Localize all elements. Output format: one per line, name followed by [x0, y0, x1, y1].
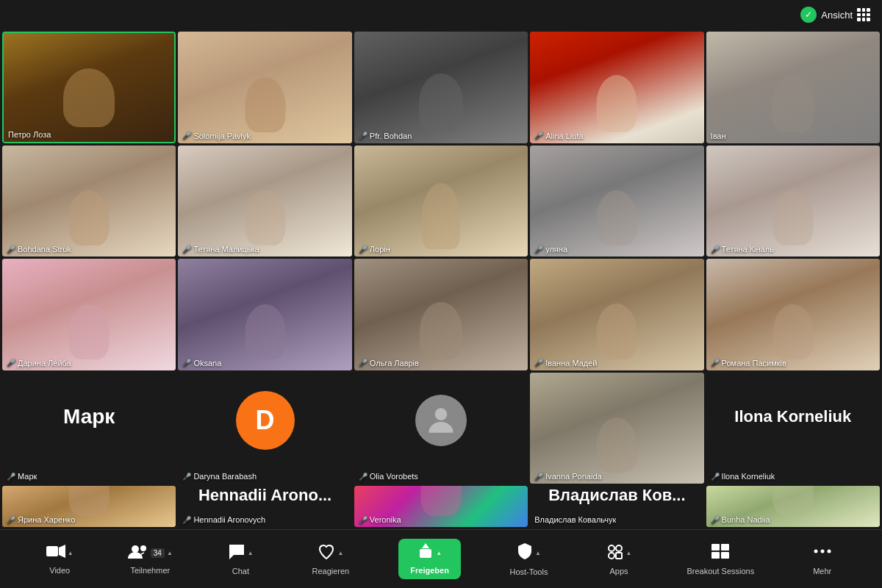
participant-name-vladyslav: Владислав Ковальчук	[534, 515, 616, 524]
video-label: Video	[49, 566, 70, 575]
reagieren-icon	[318, 543, 335, 564]
participant-name-ulyana: 🎤 уляна	[534, 245, 567, 254]
mark-display-name: Марк	[63, 405, 115, 429]
svg-rect-13	[711, 552, 720, 559]
chat-caret: ▲	[248, 550, 254, 556]
mute-icon: 🎤	[359, 516, 368, 524]
svg-point-8	[616, 545, 622, 551]
svg-rect-11	[711, 544, 720, 551]
chat-icon	[228, 543, 245, 564]
video-cell-tetyanak: 🎤 Тетяна Кіналь	[706, 146, 880, 257]
video-cell-lorin: 🎤 Лорін	[354, 146, 528, 257]
shield-icon: ✓	[800, 7, 817, 23]
host-tools-icon	[517, 542, 533, 564]
participant-name-olia: 🎤 Olia Vorobets	[359, 472, 418, 481]
video-grid: Петро Лоза 🎤 Solomija Pavlyk 🎤 Pfr. Bohd…	[0, 29, 882, 529]
participant-name-daryna: 🎤 Дарина Лейба	[7, 359, 71, 368]
mute-icon: 🎤	[711, 359, 720, 367]
apps-icon	[606, 543, 624, 564]
mute-icon: 🎤	[534, 132, 543, 140]
mute-icon: 🎤	[182, 245, 191, 254]
apps-caret: ▲	[626, 550, 632, 556]
toolbar-apps[interactable]: ▲ Apps	[597, 543, 641, 576]
participant-name-alina: 🎤 Alina Liuta	[534, 132, 583, 140]
participant-name-ilona: 🎤 Ilona Korneliuk	[711, 472, 775, 481]
participant-name-tetyanak: 🎤 Тетяна Кіналь	[711, 245, 774, 254]
toolbar-host-tools[interactable]: ▲ Host-Tools	[506, 542, 551, 576]
reagieren-label: Reagieren	[312, 567, 349, 576]
svg-point-9	[609, 553, 614, 559]
mute-icon: 🎤	[182, 132, 191, 140]
video-cell-tetyana: 🎤 Тетяна Малицька	[178, 146, 351, 257]
video-cell-olga: 🎤 Ольга Лаврів	[354, 259, 528, 370]
video-cell-ilona: Ilona Korneliuk 🎤 Ilona Korneliuk	[706, 373, 880, 484]
mehr-label: Mehr	[813, 567, 831, 576]
mehr-icon	[812, 543, 833, 564]
video-cell-ivanna-p: 🎤 Ivanna Ponaida	[530, 373, 703, 484]
participants-label: Teilnehmer	[130, 566, 170, 575]
breakout-icon	[711, 543, 730, 564]
participant-name-tetyana: 🎤 Тетяна Малицька	[182, 245, 259, 254]
participants-badge: 34	[151, 548, 165, 558]
mute-icon: 🎤	[182, 473, 191, 481]
toolbar-participants[interactable]: 34 ▲ Teilnehmer	[128, 544, 173, 575]
mute-icon: 🎤	[711, 473, 720, 481]
video-cell-ulyana: 🎤 уляна	[530, 146, 703, 257]
participant-name-mark: 🎤 Марк	[7, 472, 37, 481]
mute-icon: 🎤	[7, 473, 15, 481]
view-grid-icon[interactable]	[857, 8, 870, 21]
svg-point-15	[814, 549, 817, 553]
apps-label: Apps	[609, 567, 628, 576]
mute-icon: 🎤	[182, 359, 191, 367]
participant-name-hennadii: 🎤 Hennadii Aronovych	[182, 515, 265, 524]
svg-marker-2	[59, 545, 65, 558]
freigeben-icon	[417, 543, 434, 563]
video-cell-alina: 🎤 Alina Liuta	[530, 32, 703, 143]
participant-name-ivan: Іван	[711, 132, 726, 140]
svg-rect-5	[420, 549, 431, 558]
video-caret: ▲	[68, 550, 74, 556]
vladyslav-display-name: Владислав Ков...	[548, 486, 685, 505]
participant-name-petro: Петро Лоза	[8, 130, 51, 139]
video-cell-daryna: 🎤 Дарина Лейба	[2, 259, 176, 370]
mute-icon: 🎤	[359, 473, 368, 481]
breakout-label: Breakout Sessions	[686, 567, 754, 576]
svg-point-3	[132, 545, 139, 553]
mute-icon: 🎤	[534, 473, 543, 481]
toolbar-freigeben[interactable]: ▲ Freigeben	[398, 539, 461, 579]
toolbar-mehr[interactable]: Mehr	[800, 543, 845, 576]
participant-name-veronika: 🎤 Veronika	[359, 515, 401, 524]
participant-name-ivanna: 🎤 Іванна Мадей	[534, 359, 597, 368]
security-badge: ✓ Ansicht	[800, 7, 870, 23]
avatar-silhouette-olia	[415, 395, 467, 446]
mute-icon: 🎤	[359, 359, 368, 367]
participant-name-bohdana: 🎤 Bohdana Struk	[7, 245, 71, 254]
ilona-display-name: Ilona Korneliuk	[734, 407, 851, 426]
reagieren-caret: ▲	[337, 550, 343, 556]
toolbar-video[interactable]: ▲ Video	[37, 544, 82, 575]
mute-icon: 🎤	[7, 245, 15, 254]
chat-label: Chat	[232, 567, 249, 576]
mute-icon: 🎤	[359, 132, 368, 140]
participant-name-yaryna: 🎤 Ярина Харенко	[7, 515, 75, 524]
host-tools-label: Host-Tools	[509, 567, 548, 576]
svg-marker-6	[422, 543, 429, 548]
hennadii-display-name: Hennadii Arono...	[198, 486, 331, 505]
video-cell-solomija: 🎤 Solomija Pavlyk	[178, 32, 351, 143]
toolbar-reagieren[interactable]: ▲ Reagieren	[309, 543, 353, 576]
mute-icon: 🎤	[359, 245, 368, 254]
participant-name-oksana: 🎤 Oksana	[182, 359, 221, 368]
video-cell-bohdan: 🎤 Pfr. Bohdan	[354, 32, 528, 143]
participant-name-olga: 🎤 Ольга Лаврів	[359, 359, 419, 368]
video-cell-ivan: Іван	[706, 32, 880, 143]
toolbar-chat[interactable]: ▲ Chat	[218, 543, 262, 576]
avatar-circle-daryna-b: D	[236, 391, 295, 450]
toolbar-breakout[interactable]: Breakout Sessions	[686, 543, 754, 576]
video-cell-yaryna: 🎤 Ярина Харенко	[2, 486, 176, 527]
svg-rect-10	[616, 553, 622, 559]
participants-icon	[128, 544, 148, 563]
video-cell-daryna-b: D 🎤 Daryna Barabash	[178, 373, 351, 484]
svg-point-4	[140, 545, 146, 551]
svg-rect-12	[721, 544, 729, 551]
video-cell-ivanna: 🎤 Іванна Мадей	[530, 259, 703, 370]
